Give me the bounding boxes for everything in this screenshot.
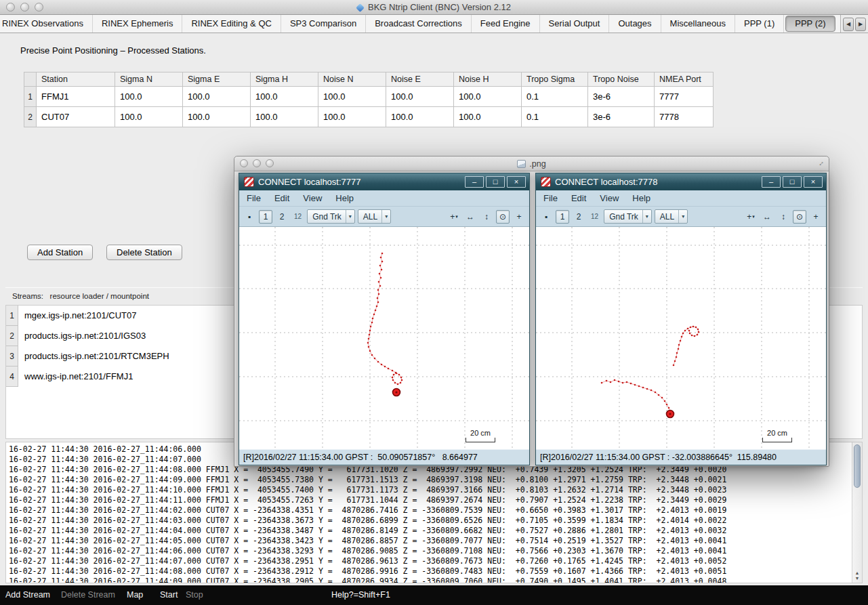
column-header: Tropo Sigma bbox=[522, 72, 588, 87]
close-button[interactable]: × bbox=[804, 176, 823, 188]
twelve-panel-label: 12 bbox=[591, 213, 598, 220]
scroll-up-icon[interactable]: ▲ bbox=[852, 570, 862, 576]
table-cell[interactable]: 7778 bbox=[655, 107, 714, 127]
bottom-bar: Add StreamDelete StreamMapStartStop Help… bbox=[0, 585, 868, 605]
bnc-titlebar[interactable]: CONNECT localhost:7778 – □ × bbox=[536, 173, 826, 190]
bottom-action-start[interactable]: Start bbox=[160, 590, 178, 600]
center-view-button[interactable]: ⊙ bbox=[496, 210, 510, 224]
twelve-panel-button[interactable]: 12 bbox=[291, 210, 304, 224]
table-cell[interactable]: 100.0 bbox=[251, 107, 318, 127]
zoom-menu-button[interactable]: +▾ bbox=[744, 210, 758, 224]
menu-file[interactable]: File bbox=[247, 193, 261, 203]
row-number-header: 1 bbox=[24, 87, 37, 107]
tab-scroll-left-button[interactable]: ◀ bbox=[843, 18, 854, 31]
maximize-button[interactable]: □ bbox=[783, 176, 802, 188]
table-cell[interactable]: 100.0 bbox=[183, 107, 251, 127]
tab-miscellaneous[interactable]: Miscellaneous bbox=[661, 15, 735, 33]
scale-bar-bracket bbox=[466, 438, 495, 442]
scrollbar-thumb[interactable] bbox=[854, 444, 861, 488]
satellite-filter-select[interactable]: ALL▾ bbox=[655, 209, 688, 224]
table-cell[interactable]: 100.0 bbox=[386, 107, 454, 127]
crosshair-button[interactable]: + bbox=[512, 210, 526, 224]
ground-track-select[interactable]: Gnd Trk▾ bbox=[604, 209, 652, 224]
two-panel-button[interactable]: 2 bbox=[275, 210, 289, 224]
tab-scroll-right-button[interactable]: ▶ bbox=[855, 18, 866, 31]
add-station-button[interactable]: Add Station bbox=[27, 245, 93, 260]
tab-rinex-ephemeris[interactable]: RINEX Ephemeris bbox=[93, 15, 182, 33]
table-cell[interactable]: 100.0 bbox=[251, 87, 318, 107]
bottom-action-stop[interactable]: Stop bbox=[186, 590, 203, 600]
crosshair-button[interactable]: + bbox=[809, 210, 823, 224]
png-window-title-text: .png bbox=[529, 159, 545, 169]
table-cell[interactable]: CUT07 bbox=[37, 107, 115, 127]
menu-view[interactable]: View bbox=[303, 193, 322, 203]
ground-track-plot[interactable]: 20 cm bbox=[536, 227, 826, 449]
fit-width-button[interactable]: ↔ bbox=[760, 210, 774, 224]
menu-edit[interactable]: Edit bbox=[571, 193, 586, 203]
twelve-panel-button[interactable]: 12 bbox=[588, 210, 601, 224]
bottom-action-add-stream[interactable]: Add Stream bbox=[5, 590, 50, 600]
tab-serial-output[interactable]: Serial Output bbox=[540, 15, 610, 33]
tab-feed-engine[interactable]: Feed Engine bbox=[472, 15, 540, 33]
table-cell[interactable]: 3e-6 bbox=[588, 107, 655, 127]
one-panel-button[interactable]: 1 bbox=[259, 210, 272, 224]
center-view-button[interactable]: ⊙ bbox=[793, 210, 806, 224]
table-cell[interactable]: 7777 bbox=[655, 87, 714, 107]
fit-height-button[interactable]: ↕ bbox=[480, 210, 493, 224]
window-titlebar[interactable]: BKG Ntrip Client (BNC) Version 2.12 bbox=[0, 0, 868, 15]
maximize-button[interactable]: □ bbox=[486, 176, 505, 188]
table-cell[interactable]: 0.1 bbox=[522, 87, 588, 107]
table-cell[interactable]: 100.0 bbox=[115, 87, 183, 107]
tab-sp3-comparison[interactable]: SP3 Comparison bbox=[281, 15, 366, 33]
bottom-action-delete-stream[interactable]: Delete Stream bbox=[61, 590, 115, 600]
table-cell[interactable]: 100.0 bbox=[454, 107, 522, 127]
streams-header: Streams: resource loader / mountpoint bbox=[12, 292, 149, 300]
menu-file[interactable]: File bbox=[543, 193, 558, 203]
satellite-filter-select[interactable]: ALL▾ bbox=[358, 209, 391, 224]
tab-outages[interactable]: Outages bbox=[609, 15, 661, 33]
tab-rinex-observations[interactable]: RINEX Observations bbox=[0, 15, 93, 33]
status-bar: [R]2016/02/27 11:15:34.00 GPST : 50.0905… bbox=[239, 449, 529, 465]
chevron-down-icon: ▾ bbox=[642, 210, 651, 223]
menu-view[interactable]: View bbox=[600, 193, 619, 203]
menu-help[interactable]: Help bbox=[335, 193, 354, 203]
zoom-menu-button[interactable]: +▾ bbox=[447, 210, 461, 224]
chevron-down-icon: ▾ bbox=[346, 210, 354, 223]
tab-ppp-2[interactable]: PPP (2) bbox=[785, 16, 835, 32]
ground-track-plot[interactable]: 20 cm bbox=[239, 227, 529, 449]
table-cell[interactable]: 100.0 bbox=[318, 107, 386, 127]
close-button[interactable]: × bbox=[507, 176, 526, 188]
table-cell[interactable]: 3e-6 bbox=[588, 87, 655, 107]
tab-ppp-1[interactable]: PPP (1) bbox=[735, 15, 784, 33]
png-window-titlebar[interactable]: .png ↔ bbox=[234, 157, 829, 171]
minimize-button[interactable]: – bbox=[465, 176, 484, 188]
table-cell[interactable]: FFMJ1 bbox=[37, 87, 115, 107]
bottom-action-map[interactable]: Map bbox=[127, 590, 143, 600]
delete-station-button[interactable]: Delete Station bbox=[106, 245, 182, 260]
menu-help[interactable]: Help bbox=[632, 193, 650, 203]
table-cell[interactable]: 100.0 bbox=[454, 87, 522, 107]
table-cell[interactable]: 100.0 bbox=[115, 107, 183, 127]
column-header: NMEA Port bbox=[655, 72, 714, 87]
fit-width-button[interactable]: ↔ bbox=[463, 210, 477, 224]
log-line: 16-02-27 11:44:30 2016-02-27_11:44:03.00… bbox=[9, 516, 862, 526]
track-plot-canvas bbox=[536, 227, 826, 449]
marker-style-button[interactable]: ▪ bbox=[539, 210, 553, 224]
table-cell[interactable]: 0.1 bbox=[522, 107, 588, 127]
scroll-down-icon[interactable]: ▼ bbox=[852, 576, 862, 581]
two-panel-button[interactable]: 2 bbox=[572, 210, 585, 224]
table-cell[interactable]: 100.0 bbox=[183, 87, 251, 107]
fit-height-button[interactable]: ↕ bbox=[777, 210, 790, 224]
table-cell[interactable]: 100.0 bbox=[386, 87, 454, 107]
ground-track-select[interactable]: Gnd Trk▾ bbox=[307, 209, 355, 224]
tab-rinex-editing-qc[interactable]: RINEX Editing & QC bbox=[182, 15, 281, 33]
bnc-app-icon bbox=[356, 3, 365, 12]
tab-broadcast-corrections[interactable]: Broadcast Corrections bbox=[366, 15, 472, 33]
minimize-button[interactable]: – bbox=[762, 176, 781, 188]
log-scrollbar[interactable]: ▲ ▼ bbox=[852, 442, 862, 583]
menu-edit[interactable]: Edit bbox=[274, 193, 289, 203]
bnc-titlebar[interactable]: CONNECT localhost:7777 – □ × bbox=[239, 173, 529, 190]
one-panel-button[interactable]: 1 bbox=[556, 210, 569, 224]
table-cell[interactable]: 100.0 bbox=[318, 87, 386, 107]
marker-style-button[interactable]: ▪ bbox=[243, 210, 256, 224]
